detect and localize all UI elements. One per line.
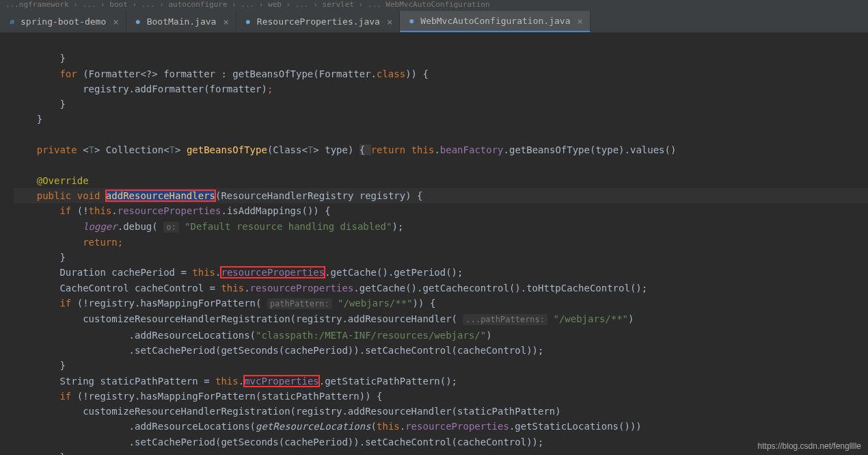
- watermark: https://blog.csdn.net/fenglllle: [758, 441, 861, 451]
- java-class-icon: ●: [407, 16, 416, 26]
- close-icon[interactable]: ×: [577, 16, 582, 27]
- tab-spring-boot-demo[interactable]: m spring-boot-demo ×: [0, 11, 126, 32]
- java-class-icon: ●: [243, 17, 253, 27]
- tab-label: BootMain.java: [147, 16, 217, 27]
- code-editor[interactable]: } for (Formatter<?> formatter : getBeans…: [0, 33, 868, 455]
- field-mvcproperties: mvcProperties: [244, 376, 319, 387]
- tab-bootmain[interactable]: ● BootMain.java ×: [126, 11, 236, 32]
- tab-webmvcautoconfiguration[interactable]: ● WebMvcAutoConfiguration.java ×: [400, 11, 591, 32]
- close-icon[interactable]: ×: [113, 16, 118, 27]
- field-resourceproperties: resourceProperties: [221, 267, 325, 278]
- tab-label: ResourceProperties.java: [257, 16, 380, 27]
- tab-resourceproperties[interactable]: ● ResourceProperties.java ×: [236, 11, 400, 32]
- close-icon[interactable]: ×: [387, 16, 392, 27]
- module-icon: m: [7, 17, 16, 27]
- tab-label: WebMvcAutoConfiguration.java: [420, 16, 570, 26]
- editor-tabs: m spring-boot-demo × ● BootMain.java × ●…: [0, 11, 868, 33]
- method-addresourcehandlers: addResourceHandlers: [106, 190, 215, 201]
- breadcrumb: ...ngframework › ... › boot › ... › auto…: [0, 0, 868, 11]
- java-class-icon: ●: [133, 17, 143, 27]
- tab-label: spring-boot-demo: [21, 16, 106, 27]
- close-icon[interactable]: ×: [223, 16, 228, 27]
